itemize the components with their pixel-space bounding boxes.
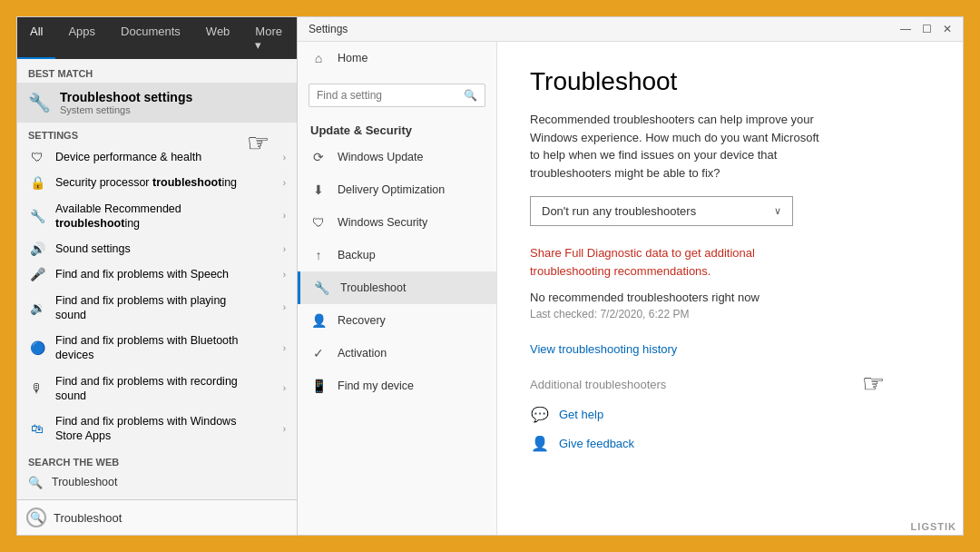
maximize-button[interactable]: ☐ xyxy=(922,23,932,35)
tab-apps[interactable]: Apps xyxy=(55,17,108,59)
setting-recording[interactable]: 🎙 Find and fix problems with recordingso… xyxy=(17,369,297,409)
nav-item-security[interactable]: 🛡 Windows Security xyxy=(298,206,496,239)
tab-web[interactable]: Web xyxy=(193,17,243,59)
tab-documents[interactable]: Documents xyxy=(108,17,193,59)
setting-playing-sound[interactable]: 🔉 Find and fix problems with playingsoun… xyxy=(17,288,297,329)
share-link[interactable]: Share Full Diagnostic data to get additi… xyxy=(530,244,811,280)
home-icon: ⌂ xyxy=(310,50,327,66)
setting-available-recommended[interactable]: 🔧 Available Recommendedtroubleshooting › xyxy=(17,196,297,237)
shield-icon: 🛡 xyxy=(28,150,46,164)
chevron-right-icon: › xyxy=(283,424,286,434)
mic2-icon: 🎙 xyxy=(28,381,46,396)
chevron-right-icon: › xyxy=(283,302,286,312)
nav-label: Delivery Optimization xyxy=(338,183,445,196)
mic-icon: 🎤 xyxy=(28,267,46,281)
settings-section-label: Settings xyxy=(17,123,297,144)
setting-device-performance[interactable]: 🛡 Device performance & health › xyxy=(17,144,297,170)
nav-item-home[interactable]: ⌂ Home xyxy=(298,42,496,74)
setting-text: Available Recommendedtroubleshooting xyxy=(55,202,274,232)
settings-window: Settings — ☐ ✕ ⌂ Home 🔍 xyxy=(298,16,964,536)
search-web-text: Troubleshoot xyxy=(52,476,118,488)
best-match-item[interactable]: 🔧 Troubleshoot settings System settings … xyxy=(17,83,297,123)
chevron-right-icon: › xyxy=(283,178,286,188)
chevron-right-icon: › xyxy=(283,153,286,163)
setting-text: Find and fix problems with WindowsStore … xyxy=(55,414,274,444)
search-input[interactable] xyxy=(54,511,288,525)
setting-text: Find and fix problems with playingsound xyxy=(55,293,274,323)
window-controls: — ☐ ✕ xyxy=(900,23,952,35)
recovery-icon: 👤 xyxy=(310,312,327,329)
help-icon: 💬 xyxy=(530,404,550,424)
tab-all[interactable]: All xyxy=(17,17,55,59)
setting-text: Find and fix problems with recordingsoun… xyxy=(55,374,274,404)
chevron-right-icon: › xyxy=(283,343,286,353)
setting-bluetooth[interactable]: 🔵 Find and fix problems with Bluetoothde… xyxy=(17,328,297,369)
setting-store-apps[interactable]: 🛍 Find and fix problems with WindowsStor… xyxy=(17,409,297,449)
setting-text: Device performance & health xyxy=(55,150,274,164)
window-titlebar: Settings — ☐ ✕ xyxy=(298,17,963,42)
settings-nav: ⌂ Home 🔍 Update & Security ⟳ Windows Upd… xyxy=(298,42,497,535)
lock-icon: 🔒 xyxy=(28,175,46,190)
settings-content: Troubleshoot Recommended troubleshooters… xyxy=(497,42,963,535)
view-history-link[interactable]: View troubleshooting history xyxy=(530,342,930,356)
update-icon: ⟳ xyxy=(310,149,327,165)
nav-label: Recovery xyxy=(338,314,386,327)
troubleshooter-dropdown[interactable]: Don't run any troubleshooters ∨ xyxy=(530,196,793,226)
setting-security-processor[interactable]: 🔒 Security processor troubleshooting › xyxy=(17,170,297,195)
delivery-icon: ⬇ xyxy=(310,182,327,198)
content-description: Recommended troubleshooters can help imp… xyxy=(530,111,820,182)
nav-item-recovery[interactable]: 👤 Recovery xyxy=(298,304,496,337)
nav-label: Activation xyxy=(338,347,387,360)
nav-item-delivery[interactable]: ⬇ Delivery Optimization xyxy=(298,173,496,206)
nav-item-backup[interactable]: ↑ Backup xyxy=(298,239,496,271)
feedback-icon: 👤 xyxy=(530,433,550,453)
nav-label: Troubleshoot xyxy=(340,281,407,294)
best-match-text: Troubleshoot settings System settings xyxy=(60,90,192,115)
store-icon: 🛍 xyxy=(28,421,46,436)
settings-body: ⌂ Home 🔍 Update & Security ⟳ Windows Upd… xyxy=(298,42,963,535)
nav-item-activation[interactable]: ✓ Activation xyxy=(298,337,496,370)
window-title: Settings xyxy=(309,23,348,35)
chevron-right-icon: › xyxy=(283,244,286,254)
find-setting-input[interactable] xyxy=(317,89,464,102)
get-help-label: Get help xyxy=(559,408,603,421)
setting-text: Sound settings xyxy=(55,242,274,256)
nav-item-find-device[interactable]: 📱 Find my device xyxy=(298,370,496,402)
search-web-icon: 🔍 xyxy=(28,476,43,489)
minimize-button[interactable]: — xyxy=(900,23,911,35)
setting-sound[interactable]: 🔊 Sound settings › xyxy=(17,236,297,261)
chevron-right-icon: › xyxy=(283,270,286,280)
additional-label: Additional troubleshooters xyxy=(530,378,930,391)
get-help-item[interactable]: 💬 Get help xyxy=(530,404,930,424)
wrench-icon: 🔧 xyxy=(28,209,46,223)
close-button[interactable]: ✕ xyxy=(943,23,952,35)
bluetooth-icon: 🔵 xyxy=(28,340,46,355)
content-title: Troubleshoot xyxy=(530,67,930,96)
nav-label: Backup xyxy=(338,249,376,261)
search-tabs: All Apps Documents Web More ▾ xyxy=(17,17,297,59)
activation-icon: ✓ xyxy=(310,345,327,361)
best-match-subtitle: System settings xyxy=(60,104,192,115)
nav-label: Windows Security xyxy=(338,216,427,229)
chevron-down-icon: ∨ xyxy=(774,205,781,217)
nav-label: Windows Update xyxy=(338,151,424,163)
search-web-label: Search the web xyxy=(17,449,297,471)
setting-text: Find and fix problems with Bluetoothdevi… xyxy=(55,333,274,363)
tab-more[interactable]: More ▾ xyxy=(242,17,297,59)
bottom-links: 💬 Get help 👤 Give feedback ☞ xyxy=(530,404,930,453)
shield-icon: 🛡 xyxy=(310,214,327,231)
search-web-item[interactable]: 🔍 Troubleshoot xyxy=(17,471,297,494)
find-device-icon: 📱 xyxy=(310,378,327,394)
no-troubleshooters-text: No recommended troubleshooters right now xyxy=(530,291,930,304)
nav-item-troubleshoot[interactable]: 🔧 Troubleshoot xyxy=(298,271,496,304)
dropdown-value: Don't run any troubleshooters xyxy=(542,204,774,218)
search-icon: 🔍 xyxy=(464,89,477,102)
setting-text: Find and fix problems with Speech xyxy=(55,267,274,281)
search-panel: All Apps Documents Web More ▾ Best match… xyxy=(16,16,298,536)
nav-label: Find my device xyxy=(338,380,414,392)
search-icon: 🔍 xyxy=(26,508,46,527)
setting-speech[interactable]: 🎤 Find and fix problems with Speech › xyxy=(17,261,297,287)
settings-search[interactable]: 🔍 xyxy=(309,84,485,107)
nav-item-windows-update[interactable]: ⟳ Windows Update xyxy=(298,141,496,173)
give-feedback-item[interactable]: 👤 Give feedback xyxy=(530,433,930,453)
